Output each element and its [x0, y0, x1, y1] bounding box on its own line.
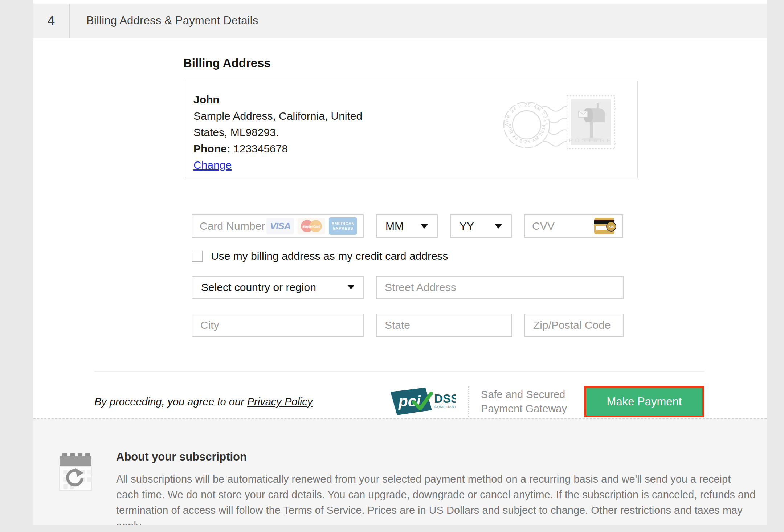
card-number-input[interactable] — [200, 220, 266, 232]
cvv-field: 345 — [524, 214, 623, 238]
billing-address-card: John Sample Address, California, United … — [185, 81, 638, 178]
postage-stamp-watermark-icon: APR 24 2:25 AM 2014 APR 24 2:25 AM 2014 — [496, 91, 619, 164]
pci-dss-logo-icon: pci DSS COMPLIANT — [390, 387, 456, 417]
terms-of-service-link[interactable]: Terms of Service — [283, 504, 362, 516]
recurring-calendar-icon — [58, 450, 93, 493]
make-payment-button[interactable]: Make Payment — [586, 388, 702, 416]
card-details-row: VISA MasterCard AMERICAN EXPRESS MM YY — [192, 214, 767, 238]
same-address-checkbox[interactable] — [192, 251, 203, 262]
postmark-icon: APR 24 2:25 AM 2014 APR 24 2:25 AM 2014 — [504, 102, 550, 148]
visa-logo-icon: VISA — [266, 218, 294, 234]
payment-page: { "header": { "step_number": "4", "title… — [0, 0, 784, 532]
zip-input[interactable] — [524, 314, 624, 337]
payment-footer-row: By proceeding, you agree to our Privacy … — [94, 385, 704, 418]
change-address-link[interactable]: Change — [193, 159, 232, 171]
same-address-row: Use my billing address as my credit card… — [192, 250, 767, 262]
expiry-year-select[interactable]: YY — [450, 214, 512, 238]
subscription-section: About your subscription All subscription… — [33, 418, 767, 525]
secure-gateway-text: Safe and Secured Payment Gateway — [481, 388, 567, 416]
subscription-text-block: About your subscription All subscription… — [116, 450, 756, 525]
mastercard-logo-icon: MasterCard — [298, 218, 325, 234]
make-payment-highlight: Make Payment — [584, 386, 704, 417]
dotted-divider — [468, 386, 469, 417]
compliant-text: COMPLIANT — [434, 405, 456, 409]
state-input[interactable] — [376, 314, 512, 337]
city-state-zip-row — [192, 314, 767, 337]
chevron-down-icon — [494, 224, 502, 229]
footer-divider — [94, 371, 704, 372]
step-header: 4 Billing Address & Payment Details — [33, 4, 767, 38]
phone-value: 123345678 — [233, 143, 288, 155]
amex-logo-icon: AMERICAN EXPRESS — [329, 217, 357, 235]
subscription-title: About your subscription — [116, 450, 756, 463]
subscription-body: All subscriptions will be automatically … — [116, 471, 756, 525]
card-number-field: VISA MasterCard AMERICAN EXPRESS — [192, 214, 364, 238]
country-street-row: Select country or region — [192, 276, 767, 299]
cvv-badge-number: 345 — [608, 225, 614, 229]
content-panel: 4 Billing Address & Payment Details Bill… — [33, 0, 767, 525]
postage-label: POSTAGE — [569, 137, 613, 143]
city-input[interactable] — [192, 314, 364, 337]
chevron-down-icon — [420, 224, 428, 229]
stamp-frame-icon: POSTAGE — [567, 96, 615, 149]
chevron-down-icon — [348, 285, 354, 290]
agreement-text: By proceeding, you agree to our Privacy … — [94, 396, 313, 408]
page-title: Billing Address & Payment Details — [86, 4, 258, 38]
privacy-policy-link[interactable]: Privacy Policy — [247, 396, 313, 408]
cvv-card-icon: 345 — [594, 217, 617, 235]
country-select[interactable]: Select country or region — [192, 276, 364, 299]
street-address-input[interactable] — [376, 276, 624, 299]
step-number: 4 — [33, 4, 70, 38]
main-form-area: Billing Address John Sample Address, Cal… — [33, 38, 767, 418]
expiry-month-select[interactable]: MM — [376, 214, 438, 238]
phone-label: Phone: — [193, 143, 230, 155]
same-address-label: Use my billing address as my credit card… — [211, 250, 448, 262]
cvv-input[interactable] — [532, 220, 579, 232]
billing-address-heading: Billing Address — [183, 56, 767, 70]
dss-text: DSS — [434, 392, 456, 405]
